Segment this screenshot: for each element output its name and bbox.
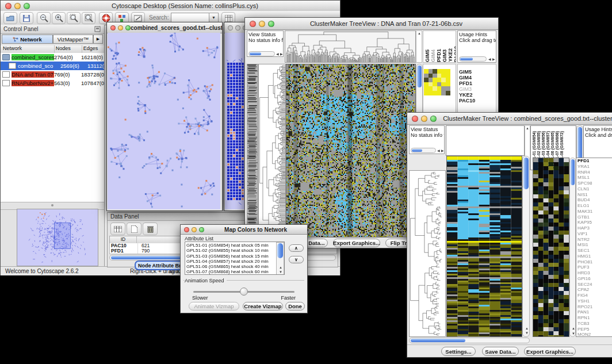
scroll-left-icon[interactable]: ◀ [437, 149, 440, 152]
minimize-button[interactable] [118, 25, 123, 30]
zoom-button[interactable] [125, 25, 131, 30]
tv2-heatmap-canvas[interactable] [446, 156, 522, 337]
gene-label[interactable]: PFD1 [459, 81, 475, 86]
scroll-left-icon[interactable]: ◀ [488, 58, 491, 61]
data-panel-select-attributes-button[interactable] [110, 223, 125, 235]
tv1-gene-list[interactable]: GIM5GIM4PFD1GIM3YKE2PAC10 [459, 69, 475, 104]
tv1-view-status-hscrollbar[interactable] [248, 51, 275, 56]
gene-label[interactable]: YKE2 [459, 92, 475, 98]
tab-vizmapper[interactable]: VizMapper™ [53, 35, 93, 44]
tv2-view-status-hscrollbar[interactable] [411, 148, 436, 153]
gene-label[interactable]: HAP3 [577, 225, 592, 231]
birdseye-overview-canvas[interactable] [17, 209, 98, 266]
gene-label[interactable]: SPC98 [577, 181, 592, 186]
gene-label[interactable]: BUD4 [577, 197, 592, 203]
scroll-down-icon[interactable]: ▼ [279, 270, 282, 274]
column-label[interactable]: PAC10 [453, 46, 456, 62]
scroll-up-icon[interactable]: ▲ [525, 327, 529, 330]
network-table-row[interactable]: RNAPuberNov2+I563(0)107847(0) [1, 79, 104, 87]
scroll-up-icon[interactable]: ▲ [279, 266, 282, 269]
scroll-down-icon[interactable]: ▼ [525, 331, 529, 335]
move-up-button[interactable]: ∧ [289, 244, 304, 252]
tv1-usage-hints-hscrollbar[interactable] [459, 56, 487, 62]
zoom-button[interactable] [268, 21, 274, 27]
col-nodes[interactable]: Nodes [55, 45, 82, 53]
scroll-down-icon[interactable]: ▼ [572, 332, 575, 335]
scroll-right-icon[interactable]: ▶ [492, 58, 495, 61]
attribute-list-vscrollbar[interactable]: ▲ ▼ [276, 242, 284, 275]
gene-label[interactable]: RPN1 [577, 315, 592, 321]
network-table-row[interactable]: combined_scores2764(0)16218(0) [1, 53, 104, 62]
attribute-item[interactable]: GPL51-02 (GSM855) heat shock 10 min [186, 248, 283, 253]
data-panel-delete-attribute-button[interactable] [143, 223, 158, 235]
gene-label[interactable]: ELG1 [577, 203, 592, 209]
minimize-button[interactable] [259, 21, 265, 27]
gene-label[interactable]: CPA2 [577, 287, 592, 293]
animation-speed-slider-thumb[interactable] [240, 288, 248, 296]
gene-label[interactable]: NTR2 [577, 237, 592, 243]
column-label[interactable]: YKE2 [447, 48, 453, 62]
tv2-heatmap-vscrollbar[interactable]: ▲ ▼ [522, 156, 530, 337]
gene-label[interactable]: MON2 [577, 332, 592, 337]
scroll-right-icon[interactable]: ▶ [280, 52, 283, 56]
animate-vizmap-button[interactable]: Animate Vizmap [189, 302, 239, 311]
gene-label[interactable]: KAP95 [577, 220, 592, 225]
scroll-up-icon[interactable]: ▲ [418, 32, 421, 35]
tv1-row-overview-strip[interactable] [247, 64, 258, 237]
gene-label[interactable]: SEC24 [577, 282, 592, 288]
network-canvas[interactable] [108, 33, 220, 209]
zoom-selected-button[interactable] [67, 12, 81, 24]
data-panel-new-attribute-button[interactable] [127, 223, 141, 235]
tab-overflow-button[interactable]: ▶ [93, 35, 103, 44]
scroll-up-icon[interactable]: ▲ [572, 327, 575, 330]
attribute-item[interactable]: GPL51-01 (GSM854) heat shock 05 min [186, 243, 283, 248]
close-button[interactable] [412, 116, 418, 122]
gene-label[interactable]: RPO21 [577, 304, 592, 310]
column-label[interactable]: GIM5 [424, 49, 430, 62]
save-button[interactable] [20, 12, 33, 24]
tv1-yellow-matrix[interactable] [424, 69, 451, 96]
gene-label[interactable]: YRA1 [577, 164, 592, 170]
minimize-button[interactable] [235, 25, 240, 30]
column-label[interactable]: PFD1 [436, 49, 442, 62]
gene-label[interactable]: PFD1 [577, 158, 592, 164]
create-vizmap-button[interactable]: Create Vizmap [243, 302, 283, 311]
gene-label[interactable]: MSL1 [577, 175, 592, 181]
zoom-in-button[interactable] [52, 12, 66, 24]
tv2-row-dendrogram[interactable] [409, 170, 446, 337]
gene-label[interactable]: PAC10 [459, 98, 475, 104]
scroll-right-icon[interactable]: ▶ [441, 149, 444, 152]
tv1-column-dendrogram[interactable] [285, 30, 416, 63]
zoom-button[interactable] [199, 227, 204, 232]
close-button[interactable] [5, 3, 12, 9]
tv1-export-graphics-button[interactable]: Export Graphics... [333, 239, 380, 247]
gene-label[interactable]: GIM5 [459, 69, 475, 75]
gene-label[interactable]: PEP5 [577, 327, 592, 332]
search-input[interactable] [171, 13, 210, 22]
gene-label[interactable]: CLN1 [577, 186, 592, 192]
close-button[interactable] [110, 25, 116, 30]
tv1-row-dendrogram[interactable] [258, 64, 286, 237]
attribute-listbox[interactable]: GPL51-01 (GSM854) heat shock 05 minGPL51… [185, 242, 285, 275]
gene-label[interactable]: GTB1 [577, 214, 592, 220]
network-table-row[interactable]: combined_sco2569(6)13112(15) [1, 62, 104, 70]
gene-label[interactable]: PUF3 [577, 265, 592, 270]
column-label[interactable]: GIM4 [430, 49, 436, 62]
tv2-gene-list[interactable]: PFD1YRA1RNR4MSL1SPC98CLN1NIS1BUD4ELG1MAK… [577, 158, 592, 337]
done-button[interactable]: Done [285, 302, 305, 311]
gene-label[interactable]: PAN1 [577, 309, 592, 315]
zoom-fit-button[interactable] [82, 12, 95, 24]
tv2-column-tree-area[interactable] [446, 125, 525, 156]
attribute-item[interactable]: GPL51-06 (GSM865) heat shock 40 min [186, 264, 283, 269]
gene-label[interactable]: NIS1 [577, 192, 592, 198]
gene-label[interactable]: MAK31 [577, 209, 592, 214]
tv2-gene-list-vscrollbar[interactable]: ▲ ▼ [569, 158, 576, 337]
tv1-col-scroll-strip[interactable]: ▲ [416, 30, 422, 63]
attribute-item[interactable]: GPL51-03 (GSM856) heat shock 15 min [186, 254, 283, 259]
tv2-overview-heatmap[interactable] [533, 158, 569, 337]
search-dropdown-button[interactable]: ▼ [209, 13, 219, 22]
tv2-hscrollbar[interactable] [409, 338, 530, 343]
close-button[interactable] [228, 25, 233, 30]
gene-label[interactable]: VIP1 [577, 231, 592, 237]
gene-label[interactable]: MSI1 [577, 242, 592, 248]
